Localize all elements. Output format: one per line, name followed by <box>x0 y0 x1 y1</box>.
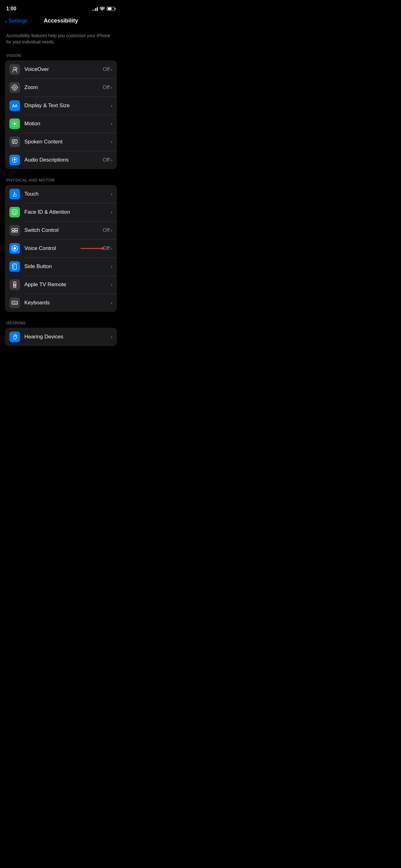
switch-control-right: Off › <box>103 227 112 234</box>
face-id-right: › <box>111 210 112 215</box>
hearing-group: Hearing Devices › <box>5 328 117 346</box>
zoom-right: Off › <box>103 84 112 91</box>
keyboards-chevron-icon: › <box>111 300 112 305</box>
audio-desc-label: Audio Descriptions <box>24 157 69 163</box>
voice-control-label: Voice Control <box>24 245 56 251</box>
svg-point-12 <box>15 211 16 212</box>
switch-control-chevron-icon: › <box>111 228 112 233</box>
tv-remote-right: › <box>111 282 112 287</box>
nav-bar: ‹ Settings Accessibility <box>0 15 122 28</box>
zoom-chevron-icon: › <box>111 85 112 90</box>
zoom-row[interactable]: Zoom Off › <box>5 79 117 97</box>
zoom-icon <box>9 82 20 93</box>
audio-desc-icon <box>9 155 20 165</box>
voiceover-label: VoiceOver <box>24 66 49 72</box>
switch-control-status: Off <box>103 227 110 234</box>
voice-control-chevron-icon: › <box>111 246 112 251</box>
apple-tv-remote-row[interactable]: Apple TV Remote › <box>5 276 117 294</box>
voiceover-right: Off › <box>103 66 112 72</box>
svg-rect-23 <box>12 301 18 304</box>
touch-content: Touch › <box>24 191 112 197</box>
audio-descriptions-row[interactable]: Audio Descriptions Off › <box>5 151 117 169</box>
switch-control-label: Switch Control <box>24 227 59 234</box>
wifi-icon <box>100 7 105 11</box>
tv-remote-content: Apple TV Remote › <box>24 281 112 288</box>
voice-control-row[interactable]: Voice Control Off › <box>5 239 117 257</box>
face-id-chevron-icon: › <box>111 210 112 215</box>
display-text-label: Display & Text Size <box>24 102 70 109</box>
svg-point-11 <box>13 211 14 212</box>
voice-control-status: Off <box>103 245 110 251</box>
voiceover-icon <box>9 64 20 75</box>
motion-icon <box>9 118 20 129</box>
side-button-right: › <box>111 264 112 269</box>
display-text-chevron-icon: › <box>111 103 112 108</box>
spoken-content-chevron-icon: › <box>111 140 112 144</box>
svg-rect-10 <box>12 210 17 215</box>
voice-control-content: Voice Control Off › <box>24 245 112 251</box>
svg-point-0 <box>13 67 16 70</box>
motion-label: Motion <box>24 121 40 127</box>
signal-icon <box>92 7 98 11</box>
touch-row[interactable]: Touch › <box>5 185 117 203</box>
keyboards-row[interactable]: Keyboards › <box>5 294 117 312</box>
motion-content: Motion › <box>24 121 112 127</box>
back-chevron-icon: ‹ <box>5 18 7 24</box>
keyboards-label: Keyboards <box>24 300 49 306</box>
side-button-chevron-icon: › <box>111 264 112 269</box>
accessibility-description: Accessibility features help you customiz… <box>0 28 122 51</box>
hearing-devices-row[interactable]: Hearing Devices › <box>5 328 117 346</box>
face-id-row[interactable]: Face ID & Attention › <box>5 203 117 221</box>
svg-rect-19 <box>13 264 16 269</box>
section-header-vision: VISION <box>0 51 122 60</box>
keyboards-content: Keyboards › <box>24 300 112 306</box>
keyboards-icon <box>9 298 20 308</box>
svg-point-24 <box>14 336 15 337</box>
svg-rect-8 <box>12 140 17 143</box>
tv-remote-icon <box>9 279 20 290</box>
svg-point-21 <box>14 285 15 286</box>
content: Accessibility features help you customiz… <box>0 28 122 359</box>
vision-group: VoiceOver Off › Zoom <box>5 60 117 169</box>
face-id-content: Face ID & Attention › <box>24 209 112 215</box>
voiceover-status: Off <box>103 66 110 72</box>
audio-desc-status: Off <box>103 157 110 163</box>
touch-icon <box>9 189 20 199</box>
motion-chevron-icon: › <box>111 121 112 126</box>
svg-rect-13 <box>12 228 14 230</box>
status-icons <box>92 7 115 11</box>
section-header-hearing: HEARING <box>0 318 122 328</box>
voiceover-chevron-icon: › <box>111 67 112 72</box>
hearing-devices-label: Hearing Devices <box>24 334 63 340</box>
voice-control-icon <box>9 243 20 254</box>
spoken-content-content: Spoken Content › <box>24 139 112 145</box>
svg-point-18 <box>13 247 16 250</box>
back-label: Settings <box>8 18 28 24</box>
spoken-content-right: › <box>111 140 112 144</box>
hearing-devices-content: Hearing Devices › <box>24 334 112 340</box>
switch-control-row[interactable]: Switch Control Off › <box>5 221 117 239</box>
touch-chevron-icon: › <box>111 191 112 196</box>
zoom-label: Zoom <box>24 84 38 91</box>
svg-rect-15 <box>12 231 14 232</box>
touch-label: Touch <box>24 191 38 197</box>
page-title: Accessibility <box>44 18 78 24</box>
voiceover-row[interactable]: VoiceOver Off › <box>5 60 117 79</box>
zoom-content: Zoom Off › <box>24 84 112 91</box>
motion-row[interactable]: Motion › <box>5 115 117 133</box>
display-text-size-row[interactable]: AA Display & Text Size › <box>5 97 117 115</box>
physical-motor-group: Touch › Face ID & Attention › <box>5 185 117 312</box>
side-button-row[interactable]: Side Button › <box>5 257 117 276</box>
voice-control-right: Off › <box>103 245 112 251</box>
svg-point-1 <box>12 85 17 90</box>
side-button-content: Side Button › <box>24 264 112 270</box>
spoken-content-row[interactable]: Spoken Content › <box>5 133 117 151</box>
back-button[interactable]: ‹ Settings <box>5 18 28 24</box>
switch-control-icon <box>9 225 20 236</box>
arrow-annotation <box>80 248 102 249</box>
zoom-status: Off <box>103 84 110 91</box>
tv-remote-chevron-icon: › <box>111 282 112 287</box>
svg-rect-16 <box>15 231 18 232</box>
hearing-devices-icon <box>9 332 20 342</box>
hearing-devices-right: › <box>111 334 112 339</box>
